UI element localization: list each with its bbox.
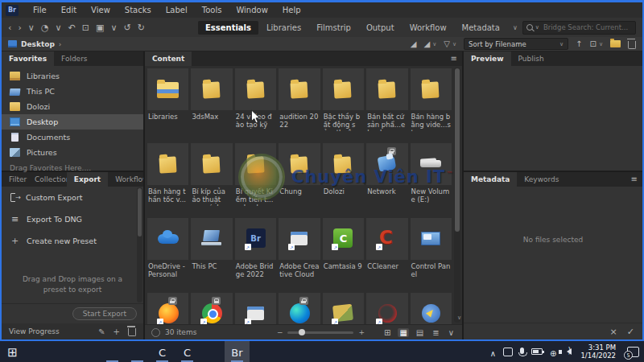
view-options-chevron-icon[interactable]: ∨ <box>447 328 456 337</box>
edit-preset-icon[interactable]: ✎ <box>98 327 105 336</box>
search-scope-chevron-icon[interactable]: ∨ <box>535 24 539 31</box>
metadata-cancel-icon[interactable]: × <box>610 327 617 337</box>
grid-item[interactable]: Bậc thầy bất động sả... thuê <box>323 68 364 143</box>
grid-item-tile[interactable] <box>323 218 364 260</box>
favorites-panel-tab[interactable]: Folders <box>54 51 95 66</box>
grid-item-tile[interactable] <box>235 218 276 260</box>
grid-item[interactable]: Bí quyết Kiếm tiền t...cebook <box>235 143 276 218</box>
metadata-panel-tab[interactable]: Metadata <box>464 172 517 187</box>
grid-item-tile[interactable] <box>235 293 276 324</box>
rating-filter-icon[interactable]: ◢ <box>411 39 417 48</box>
file-explorer-button[interactable] <box>100 341 125 362</box>
grid-item[interactable] <box>411 293 452 324</box>
grid-item[interactable]: New Volume (E:) <box>411 143 452 218</box>
metadata-panel-tab[interactable]: Keywords <box>517 172 566 187</box>
task-view-button[interactable] <box>75 341 100 362</box>
new-folder-button[interactable] <box>610 40 621 47</box>
custom-export-item[interactable]: Custom Export <box>2 187 143 208</box>
workspace-tab[interactable]: Libraries <box>259 21 308 35</box>
workspace-tab[interactable]: Metadata <box>455 21 507 35</box>
grid-item[interactable]: audition 2022 <box>279 68 320 143</box>
workspace-tab[interactable]: Workflow <box>402 21 454 35</box>
preview-panel-tab[interactable]: Preview <box>464 51 511 66</box>
grid-item-tile[interactable] <box>279 218 320 260</box>
grid-item[interactable]: Bán hàng thần tốc v...gpage <box>147 143 188 218</box>
grid-item-tile[interactable] <box>279 293 320 324</box>
favorites-panel-tab[interactable]: Favorites <box>2 51 54 66</box>
export-panel-tab[interactable]: Export <box>67 172 108 187</box>
menu-item[interactable]: Stacks <box>118 6 159 14</box>
scroll-down-chevron-icon[interactable]: ∨ <box>457 315 461 321</box>
grid-item[interactable]: Camtasia 9 <box>323 218 364 293</box>
content-scrollbar[interactable] <box>454 68 460 323</box>
start-button[interactable]: ⊞ <box>0 341 25 362</box>
menu-item[interactable]: Help <box>275 6 308 14</box>
import-camera-icon[interactable]: ⊡ <box>589 39 596 48</box>
onedrive-tray-icon[interactable] <box>503 348 513 356</box>
rating-ramp-icon[interactable]: ◢ <box>423 39 430 48</box>
slider-thumb[interactable] <box>299 329 305 335</box>
adobe-bridge-button[interactable]: Br <box>225 341 250 362</box>
network-globe-tray-icon[interactable]: ⊕ <box>550 344 556 360</box>
taskbar-search-button[interactable] <box>25 341 50 362</box>
grid-item-tile[interactable] <box>191 218 232 260</box>
grid-item[interactable] <box>366 293 407 324</box>
export-panel-tab[interactable]: Workflow <box>108 172 143 187</box>
rating-chevron-icon[interactable]: ∨ <box>432 41 436 47</box>
grid-item-tile[interactable] <box>366 143 407 185</box>
battery-tray-icon[interactable] <box>531 348 543 355</box>
export-panel-tab[interactable]: Collections <box>27 172 67 187</box>
history-icon[interactable]: ◔ <box>41 23 49 33</box>
recent-files-chevron-icon[interactable]: ∨ <box>28 23 35 33</box>
workspace-tab[interactable]: Essentials <box>198 21 258 35</box>
view-progress-label[interactable]: View Progress <box>9 327 60 335</box>
grid-item-tile[interactable] <box>147 143 188 185</box>
grid-item-tile[interactable] <box>411 218 452 260</box>
content-panel-menu-icon[interactable]: ≡ <box>451 51 462 66</box>
grid-item[interactable] <box>147 293 188 324</box>
export-panel-tab[interactable]: Filter <box>2 172 27 187</box>
favorite-pictures[interactable]: Pictures <box>2 145 143 160</box>
grid-item-tile[interactable] <box>411 293 452 324</box>
grid-item-tile[interactable] <box>191 293 232 324</box>
grid-item-tile[interactable] <box>235 68 276 110</box>
grid-item-tile[interactable] <box>191 143 232 185</box>
grid-item[interactable]: Bí kíp của ảo thuật p... cách <box>191 143 232 218</box>
grid-item[interactable]: Libraries <box>147 68 188 143</box>
refresh-icon[interactable]: ↺ <box>123 23 130 33</box>
zoom-out-button[interactable]: − <box>277 328 283 336</box>
metadata-apply-icon[interactable]: ✓ <box>627 327 634 337</box>
export-scrollbar[interactable] <box>137 187 142 302</box>
menu-item[interactable]: Edit <box>54 6 84 14</box>
add-preset-icon[interactable]: + <box>114 327 120 336</box>
grid-item-tile[interactable] <box>323 143 364 185</box>
favorite-libraries[interactable]: Libraries <box>2 68 143 84</box>
bridge-search-box[interactable]: ∨ <box>522 21 636 35</box>
menu-item[interactable]: File <box>26 6 54 14</box>
grid-item-tile[interactable] <box>323 68 364 110</box>
thumbnail-view-icon[interactable]: ▦ <box>398 328 408 337</box>
grid-item[interactable]: 24 video đào tạo kỹ ... mạng <box>235 68 276 143</box>
search-input[interactable] <box>542 23 632 32</box>
grid-item-tile[interactable] <box>147 218 188 260</box>
sort-ascending-button[interactable]: ↑ <box>576 39 582 48</box>
favorite-desktop[interactable]: Desktop <box>2 114 143 130</box>
back-icon[interactable]: ‹ <box>8 23 11 33</box>
stack-chevron-icon[interactable]: ∨ <box>110 23 117 33</box>
grid-item[interactable]: CCleaner <box>366 218 407 293</box>
grid-item-tile[interactable] <box>366 218 407 260</box>
defender-button[interactable] <box>200 341 225 362</box>
preview-panel-tab[interactable]: Publish <box>511 51 551 66</box>
grid-item[interactable] <box>235 293 276 324</box>
action-center-button[interactable]: 5 <box>621 341 644 362</box>
content-scrollbar-thumb[interactable] <box>455 68 460 232</box>
menu-item[interactable]: Tools <box>195 6 229 14</box>
content-tab[interactable]: Content <box>145 51 192 66</box>
grid-item-tile[interactable] <box>323 293 364 324</box>
grid-item[interactable] <box>279 293 320 324</box>
create-new-preset-item[interactable]: Create new Preset <box>2 230 143 252</box>
delete-preset-icon[interactable] <box>128 328 136 336</box>
grid-item-tile[interactable] <box>366 293 407 324</box>
grid-item-tile[interactable] <box>411 143 452 185</box>
thumbnail-size-slider[interactable] <box>287 331 353 334</box>
